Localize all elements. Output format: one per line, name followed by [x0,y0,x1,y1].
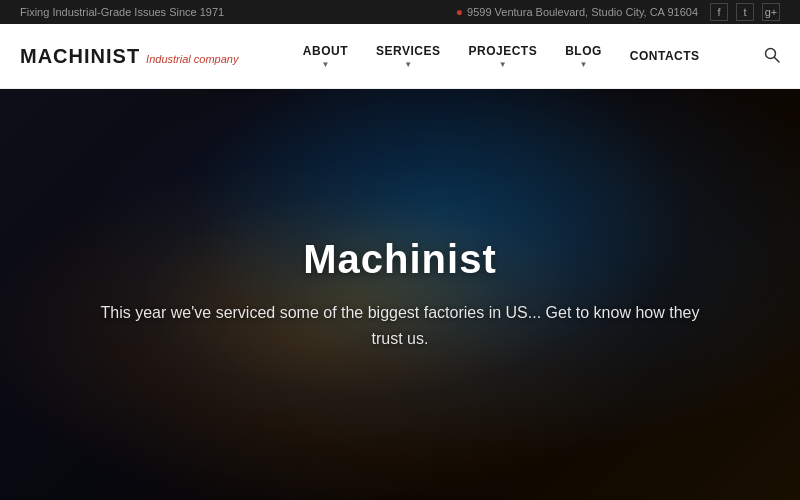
nav-item-about[interactable]: ABOUT ▼ [303,44,348,69]
pin-icon: ● [456,5,463,19]
top-bar-right: ● 9599 Ventura Boulevard, Studio City, C… [456,3,780,21]
logo[interactable]: MACHINIST Industrial company [20,45,238,68]
nav-arrow-about: ▼ [321,60,329,69]
header: MACHINIST Industrial company ABOUT ▼ SER… [0,24,800,89]
address-text: 9599 Ventura Boulevard, Studio City, CA … [467,6,698,18]
nav-item-services[interactable]: SERVICES ▼ [376,44,440,69]
main-nav: ABOUT ▼ SERVICES ▼ PROJECTS ▼ BLOG ▼ CON… [303,44,700,69]
nav-label-about: ABOUT [303,44,348,58]
hero-subtitle: This year we've serviced some of the big… [100,300,700,351]
hero-content: Machinist This year we've serviced some … [60,237,740,351]
top-bar: Fixing Industrial-Grade Issues Since 197… [0,0,800,24]
social-icons: f t g+ [710,3,780,21]
hero-section: Machinist This year we've serviced some … [0,89,800,500]
hero-title: Machinist [100,237,700,282]
nav-arrow-services: ▼ [404,60,412,69]
address: ● 9599 Ventura Boulevard, Studio City, C… [456,5,698,19]
tagline: Fixing Industrial-Grade Issues Since 197… [20,6,224,18]
nav-item-projects[interactable]: PROJECTS ▼ [468,44,537,69]
logo-sub: Industrial company [146,53,238,65]
nav-arrow-projects: ▼ [499,60,507,69]
logo-main: MACHINIST [20,45,140,68]
googleplus-icon[interactable]: g+ [762,3,780,21]
nav-item-blog[interactable]: BLOG ▼ [565,44,602,69]
nav-label-projects: PROJECTS [468,44,537,58]
nav-label-services: SERVICES [376,44,440,58]
nav-item-contacts[interactable]: CONTACTS [630,49,700,63]
nav-label-contacts: CONTACTS [630,49,700,63]
nav-label-blog: BLOG [565,44,602,58]
nav-arrow-blog: ▼ [580,60,588,69]
svg-line-1 [775,57,780,62]
twitter-icon[interactable]: t [736,3,754,21]
search-button[interactable] [764,47,780,66]
facebook-icon[interactable]: f [710,3,728,21]
